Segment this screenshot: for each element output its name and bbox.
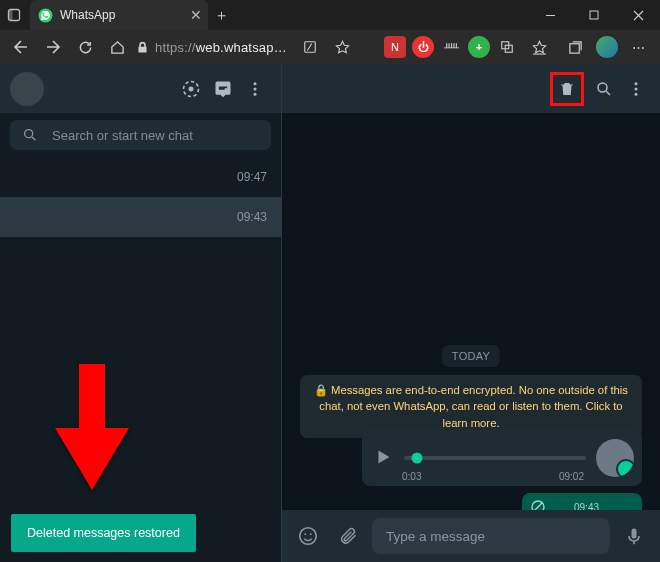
svg-point-17 — [25, 130, 33, 138]
audio-elapsed: 0:03 — [402, 471, 421, 482]
reader-mode-icon[interactable] — [295, 32, 325, 62]
window-maximize-icon[interactable] — [572, 0, 616, 30]
window-minimize-icon[interactable] — [528, 0, 572, 30]
annotation-highlight-box — [550, 72, 584, 106]
svg-rect-4 — [590, 11, 598, 19]
day-divider: TODAY — [442, 345, 500, 367]
conversation-header — [282, 64, 660, 113]
url-text: https://web.whatsap… — [155, 40, 293, 55]
nav-refresh-icon[interactable] — [70, 32, 100, 62]
browser-toolbar: https://web.whatsap… N ⏻ ᚊ + ⋯ — [0, 30, 660, 64]
search-wrap: Search or start new chat — [0, 113, 281, 157]
extension-icon[interactable]: ⏻ — [412, 36, 434, 58]
composer: Type a message — [282, 510, 660, 562]
address-bar[interactable]: https://web.whatsap… — [136, 33, 293, 61]
whatsapp-favicon-icon — [38, 8, 53, 23]
tab-close-icon[interactable]: ✕ — [190, 8, 202, 22]
delete-icon[interactable] — [558, 80, 576, 98]
messages-area[interactable]: TODAY 🔒Messages are end-to-end encrypted… — [282, 113, 660, 510]
svg-point-26 — [300, 528, 317, 545]
audio-timestamp: 09:02 — [559, 471, 584, 482]
svg-line-25 — [533, 502, 542, 510]
chat-time: 09:43 — [237, 210, 267, 224]
svg-line-18 — [32, 137, 35, 140]
window-close-icon[interactable] — [616, 0, 660, 30]
browser-titlebar: WhatsApp ✕ ＋ — [0, 0, 660, 30]
svg-point-28 — [310, 533, 312, 535]
sidebar-menu-icon[interactable] — [239, 73, 271, 105]
extension-icon[interactable]: + — [468, 36, 490, 58]
message-placeholder: Type a message — [386, 529, 485, 544]
attach-icon[interactable] — [332, 520, 364, 552]
lock-icon — [136, 41, 149, 54]
svg-point-15 — [254, 87, 257, 90]
search-input[interactable]: Search or start new chat — [10, 120, 271, 150]
conversation-panel: TODAY 🔒Messages are end-to-end encrypted… — [282, 64, 660, 562]
sender-avatar — [596, 439, 634, 477]
svg-rect-11 — [569, 43, 578, 52]
svg-point-13 — [189, 86, 194, 91]
svg-point-23 — [635, 92, 638, 95]
extension-icon[interactable]: ᚊ — [440, 36, 462, 58]
toast-text: Deleted messages restored — [27, 526, 180, 540]
favorites-bar-icon[interactable] — [524, 32, 554, 62]
svg-point-21 — [635, 82, 638, 85]
chat-list-item[interactable]: 09:47 — [0, 157, 281, 197]
favorite-icon[interactable] — [327, 32, 357, 62]
mic-icon[interactable] — [618, 520, 650, 552]
search-in-chat-icon[interactable] — [588, 73, 620, 105]
sidebar-header — [0, 64, 281, 113]
svg-line-20 — [606, 91, 610, 95]
extensions-row: N ⏻ ᚊ + ⋯ — [384, 32, 654, 62]
window-controls — [528, 0, 660, 30]
audio-playhead[interactable] — [411, 453, 422, 464]
svg-point-14 — [254, 82, 257, 85]
browser-menu-icon[interactable]: ⋯ — [624, 32, 654, 62]
audio-track[interactable] — [404, 456, 586, 460]
nav-forward-icon[interactable] — [38, 32, 68, 62]
extension-icon[interactable] — [496, 36, 518, 58]
extension-icon[interactable]: N — [384, 36, 406, 58]
self-avatar[interactable] — [10, 72, 44, 106]
play-icon[interactable] — [372, 446, 394, 471]
chat-list-item[interactable]: 09:43 — [0, 197, 281, 237]
blocked-icon — [530, 499, 546, 510]
svg-point-16 — [254, 92, 257, 95]
svg-point-19 — [598, 83, 607, 92]
search-icon — [22, 127, 38, 143]
sent-message[interactable]: 09:43 — [522, 493, 642, 510]
audio-message[interactable]: 0:03 09:02 — [362, 430, 642, 486]
message-input[interactable]: Type a message — [372, 518, 610, 554]
collections-icon[interactable] — [560, 32, 590, 62]
message-time: 09:43 — [574, 502, 599, 511]
encryption-notice[interactable]: 🔒Messages are end-to-end encrypted. No o… — [300, 375, 642, 438]
svg-rect-1 — [9, 10, 13, 21]
new-tab-button[interactable]: ＋ — [208, 6, 234, 25]
svg-point-22 — [635, 87, 638, 90]
browser-tab[interactable]: WhatsApp ✕ — [30, 0, 208, 30]
profile-avatar-icon[interactable] — [596, 36, 618, 58]
nav-home-icon[interactable] — [102, 32, 132, 62]
tab-actions-icon[interactable] — [4, 0, 24, 30]
conversation-menu-icon[interactable] — [620, 73, 652, 105]
audio-times: 0:03 09:02 — [402, 471, 584, 482]
encryption-text: Messages are end-to-end encrypted. No on… — [319, 384, 628, 429]
toast-deleted-restored: Deleted messages restored — [11, 514, 196, 552]
annotation-arrow-icon — [52, 364, 132, 494]
nav-back-icon[interactable] — [6, 32, 36, 62]
new-chat-icon[interactable] — [207, 73, 239, 105]
sidebar: Search or start new chat 09:47 09:43 — [0, 64, 282, 562]
tab-title: WhatsApp — [60, 8, 183, 22]
svg-point-27 — [304, 533, 306, 535]
chat-time: 09:47 — [237, 170, 267, 184]
emoji-icon[interactable] — [292, 520, 324, 552]
search-placeholder: Search or start new chat — [52, 128, 193, 143]
lock-icon: 🔒 — [314, 384, 328, 396]
status-icon[interactable] — [175, 73, 207, 105]
